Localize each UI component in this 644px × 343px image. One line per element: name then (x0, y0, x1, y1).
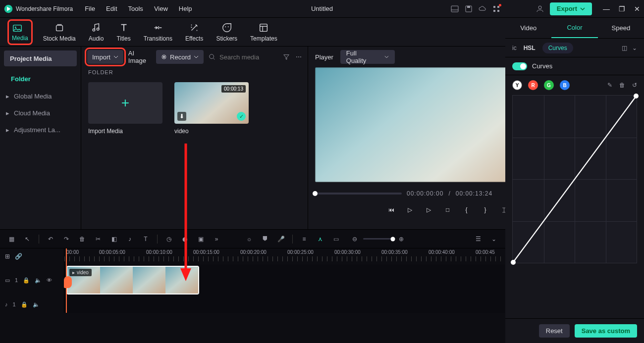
tab-video[interactable]: Video (505, 18, 551, 38)
curves-canvas[interactable] (512, 95, 637, 263)
zoom-slider[interactable] (363, 238, 393, 240)
tooltab-titles[interactable]: Titles (116, 22, 130, 42)
track-mute-icon[interactable]: 🔈 (33, 301, 40, 308)
export-button[interactable]: Export (550, 2, 592, 15)
tl-speed-icon[interactable]: ◷ (164, 235, 173, 244)
ai-image-button[interactable]: AI Image (128, 49, 151, 64)
save-icon[interactable] (465, 5, 473, 13)
menu-help[interactable]: Help (179, 5, 192, 12)
playhead-line[interactable] (66, 296, 67, 313)
sidebar-folder[interactable]: Folder (0, 70, 81, 88)
channel-luma[interactable]: Y (512, 80, 522, 90)
tl-redo-icon[interactable]: ↷ (62, 235, 71, 244)
undo-icon[interactable]: ↺ (632, 82, 637, 89)
import-media-tile[interactable]: + (88, 82, 162, 124)
tooltab-stickers[interactable]: Stickers (216, 22, 237, 42)
curve-point-high[interactable] (634, 94, 639, 98)
tl-list-icon[interactable]: ☰ (474, 235, 483, 244)
zoom-in-icon[interactable]: ⊕ (397, 235, 406, 244)
trash-icon[interactable]: 🗑 (619, 82, 625, 89)
tl-magnet-icon[interactable]: ⋏ (316, 235, 324, 244)
video-track-lane[interactable]: ▸ video (64, 264, 505, 296)
curve-point-low[interactable] (511, 260, 516, 265)
sidebar-item-global-media[interactable]: ▸ Global Media (0, 88, 81, 104)
tl-light-icon[interactable]: ☼ (245, 235, 254, 244)
chevron-down-icon[interactable]: ⌄ (632, 45, 637, 51)
sidebar-item-cloud-media[interactable]: ▸ Cloud Media (0, 104, 81, 121)
stop-icon[interactable]: □ (443, 205, 452, 214)
compare-icon[interactable]: ◫ (622, 45, 627, 51)
tl-undo-icon[interactable]: ↶ (46, 235, 55, 244)
menu-edit[interactable]: Edit (106, 5, 117, 12)
record-button[interactable]: Record (156, 50, 204, 64)
filter-icon[interactable] (283, 53, 290, 60)
sidebar-head-project-media[interactable]: Project Media (4, 50, 77, 66)
tl-marker-icon[interactable]: ▭ (331, 235, 340, 244)
mark-out-icon[interactable]: } (481, 205, 490, 214)
eyedropper-icon[interactable]: ✎ (607, 82, 612, 89)
step-back-icon[interactable]: ⏮ (387, 205, 396, 214)
channel-blue[interactable]: B (560, 80, 570, 90)
play-pause-icon[interactable]: ▷ (406, 205, 415, 214)
more-icon[interactable]: ⋯ (296, 53, 302, 60)
tl-music-icon[interactable]: ♪ (125, 235, 134, 244)
tooltab-transitions[interactable]: Transitions (144, 22, 172, 42)
tl-pointer-icon[interactable]: ↖ (23, 235, 32, 244)
channel-red[interactable]: R (528, 80, 538, 90)
menu-tools[interactable]: Tools (128, 5, 143, 12)
search-media[interactable] (209, 53, 278, 61)
timeline-clip-video[interactable]: ▸ video (66, 266, 199, 294)
subtab-ic[interactable]: ic (512, 45, 517, 51)
import-button[interactable]: Import (87, 50, 123, 64)
menu-file[interactable]: File (85, 5, 95, 12)
tl-track-add-icon[interactable]: ⊞ (5, 253, 10, 260)
tl-shield-icon[interactable]: ⛊ (261, 235, 269, 244)
menu-view[interactable]: View (154, 5, 168, 12)
tooltab-templates[interactable]: Templates (250, 22, 277, 42)
tl-mic-icon[interactable]: 🎤 (276, 235, 285, 244)
tl-more-icon[interactable]: » (212, 235, 221, 244)
sidebar-item-adjustment-layer[interactable]: ▸ Adjustment La... (0, 121, 81, 138)
track-mute-icon[interactable]: 🔈 (35, 277, 42, 284)
channel-green[interactable]: G (544, 80, 554, 90)
playhead-handle[interactable] (64, 276, 72, 288)
tl-color-icon[interactable]: ◐ (180, 235, 189, 244)
subtab-hsl[interactable]: HSL (524, 45, 536, 51)
reset-button[interactable]: Reset (539, 324, 570, 338)
tl-mask-icon[interactable]: ▣ (196, 235, 205, 244)
mark-in-icon[interactable]: { (462, 205, 471, 214)
search-input[interactable] (218, 53, 278, 61)
tl-crop-icon[interactable]: ◧ (109, 235, 118, 244)
tab-speed[interactable]: Speed (598, 18, 644, 38)
tooltab-audio[interactable]: Audio (89, 22, 104, 42)
apps-icon[interactable] (492, 5, 500, 13)
zoom-out-icon[interactable]: ⊖ (350, 235, 359, 244)
tl-grid-icon[interactable]: ▦ (7, 235, 16, 244)
tl-text-icon[interactable]: T (141, 235, 150, 244)
audio-track-lane[interactable] (64, 296, 505, 313)
step-fwd-icon[interactable]: ▷ (425, 205, 433, 214)
curves-toggle[interactable] (512, 62, 527, 70)
tl-chevron-icon[interactable]: ⌄ (489, 235, 498, 244)
scrub-track[interactable] (315, 193, 402, 195)
tl-delete-icon[interactable]: 🗑 (78, 235, 87, 244)
media-clip-video[interactable]: 00:00:13 ⬇ ✓ (174, 82, 249, 124)
tooltab-effects[interactable]: Effects (185, 22, 203, 42)
playhead-line[interactable] (66, 248, 67, 264)
timeline-ruler[interactable]: 00:00 00:00:05:00 00:00:10:00 00:00:15:0… (64, 248, 505, 264)
cloud-icon[interactable] (479, 5, 486, 13)
close-button[interactable]: ✕ (634, 5, 640, 13)
account-icon[interactable] (536, 5, 544, 13)
minimize-button[interactable]: — (603, 5, 610, 13)
scrub-handle[interactable] (313, 191, 318, 196)
track-lock-icon[interactable]: 🔒 (23, 277, 30, 284)
tl-mixer-icon[interactable]: ≡ (300, 235, 309, 244)
tl-cut-icon[interactable]: ✂ (94, 235, 103, 244)
save-custom-button[interactable]: Save as custom (575, 324, 637, 338)
subtab-curves[interactable]: Curves (542, 43, 573, 53)
maximize-button[interactable]: ❐ (619, 5, 625, 13)
tab-color[interactable]: Color (551, 18, 597, 38)
track-eye-icon[interactable]: 👁 (47, 277, 52, 283)
tooltab-stock[interactable]: Stock Media (43, 22, 76, 42)
quality-select[interactable]: Full Quality (340, 50, 395, 64)
